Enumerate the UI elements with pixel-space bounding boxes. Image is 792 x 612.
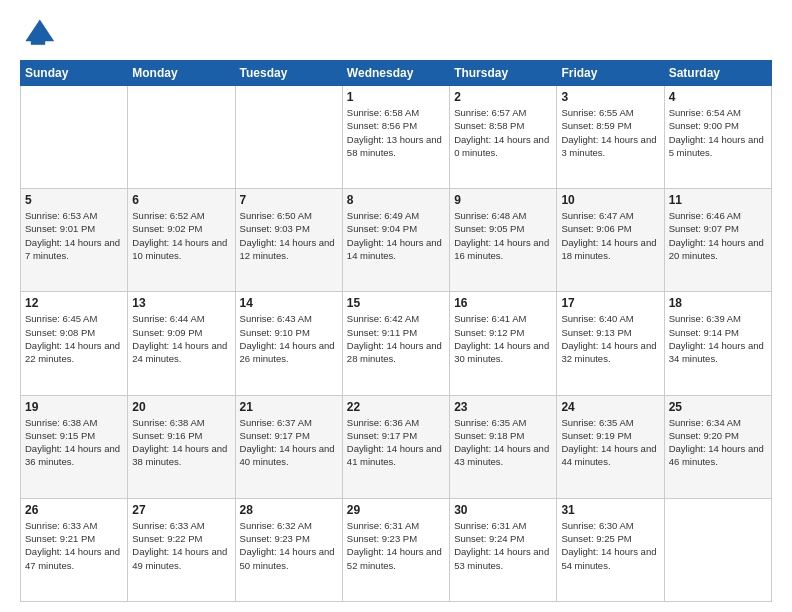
day-number: 16 [454,296,552,310]
calendar-cell: 8Sunrise: 6:49 AM Sunset: 9:04 PM Daylig… [342,189,449,292]
calendar-header-tuesday: Tuesday [235,61,342,86]
calendar-cell: 5Sunrise: 6:53 AM Sunset: 9:01 PM Daylig… [21,189,128,292]
day-info: Sunrise: 6:31 AM Sunset: 9:23 PM Dayligh… [347,519,445,572]
day-number: 27 [132,503,230,517]
calendar-cell: 24Sunrise: 6:35 AM Sunset: 9:19 PM Dayli… [557,395,664,498]
day-number: 1 [347,90,445,104]
calendar-cell: 7Sunrise: 6:50 AM Sunset: 9:03 PM Daylig… [235,189,342,292]
calendar-cell: 19Sunrise: 6:38 AM Sunset: 9:15 PM Dayli… [21,395,128,498]
calendar-header-monday: Monday [128,61,235,86]
calendar-cell: 23Sunrise: 6:35 AM Sunset: 9:18 PM Dayli… [450,395,557,498]
day-number: 6 [132,193,230,207]
day-info: Sunrise: 6:39 AM Sunset: 9:14 PM Dayligh… [669,312,767,365]
day-info: Sunrise: 6:46 AM Sunset: 9:07 PM Dayligh… [669,209,767,262]
day-number: 12 [25,296,123,310]
day-number: 15 [347,296,445,310]
calendar-header-row: SundayMondayTuesdayWednesdayThursdayFrid… [21,61,772,86]
calendar-cell: 29Sunrise: 6:31 AM Sunset: 9:23 PM Dayli… [342,498,449,601]
day-info: Sunrise: 6:48 AM Sunset: 9:05 PM Dayligh… [454,209,552,262]
day-info: Sunrise: 6:42 AM Sunset: 9:11 PM Dayligh… [347,312,445,365]
day-number: 21 [240,400,338,414]
calendar-cell: 31Sunrise: 6:30 AM Sunset: 9:25 PM Dayli… [557,498,664,601]
calendar-cell: 12Sunrise: 6:45 AM Sunset: 9:08 PM Dayli… [21,292,128,395]
calendar-header-thursday: Thursday [450,61,557,86]
day-number: 19 [25,400,123,414]
calendar-cell: 27Sunrise: 6:33 AM Sunset: 9:22 PM Dayli… [128,498,235,601]
day-info: Sunrise: 6:49 AM Sunset: 9:04 PM Dayligh… [347,209,445,262]
day-info: Sunrise: 6:50 AM Sunset: 9:03 PM Dayligh… [240,209,338,262]
day-info: Sunrise: 6:54 AM Sunset: 9:00 PM Dayligh… [669,106,767,159]
logo-icon [20,16,56,52]
day-number: 31 [561,503,659,517]
calendar-cell: 28Sunrise: 6:32 AM Sunset: 9:23 PM Dayli… [235,498,342,601]
calendar-week-row: 19Sunrise: 6:38 AM Sunset: 9:15 PM Dayli… [21,395,772,498]
day-info: Sunrise: 6:57 AM Sunset: 8:58 PM Dayligh… [454,106,552,159]
calendar-cell [664,498,771,601]
calendar-cell: 11Sunrise: 6:46 AM Sunset: 9:07 PM Dayli… [664,189,771,292]
day-number: 24 [561,400,659,414]
day-info: Sunrise: 6:44 AM Sunset: 9:09 PM Dayligh… [132,312,230,365]
day-number: 29 [347,503,445,517]
day-info: Sunrise: 6:40 AM Sunset: 9:13 PM Dayligh… [561,312,659,365]
calendar-header-friday: Friday [557,61,664,86]
header [20,16,772,52]
day-info: Sunrise: 6:36 AM Sunset: 9:17 PM Dayligh… [347,416,445,469]
calendar-cell: 20Sunrise: 6:38 AM Sunset: 9:16 PM Dayli… [128,395,235,498]
day-info: Sunrise: 6:35 AM Sunset: 9:19 PM Dayligh… [561,416,659,469]
calendar-cell: 30Sunrise: 6:31 AM Sunset: 9:24 PM Dayli… [450,498,557,601]
calendar-cell: 13Sunrise: 6:44 AM Sunset: 9:09 PM Dayli… [128,292,235,395]
day-number: 9 [454,193,552,207]
day-info: Sunrise: 6:41 AM Sunset: 9:12 PM Dayligh… [454,312,552,365]
logo [20,16,60,52]
day-number: 2 [454,90,552,104]
day-number: 11 [669,193,767,207]
day-info: Sunrise: 6:58 AM Sunset: 8:56 PM Dayligh… [347,106,445,159]
calendar-cell [128,86,235,189]
calendar-week-row: 12Sunrise: 6:45 AM Sunset: 9:08 PM Dayli… [21,292,772,395]
day-number: 17 [561,296,659,310]
day-number: 10 [561,193,659,207]
calendar-header-wednesday: Wednesday [342,61,449,86]
calendar-cell: 22Sunrise: 6:36 AM Sunset: 9:17 PM Dayli… [342,395,449,498]
day-info: Sunrise: 6:43 AM Sunset: 9:10 PM Dayligh… [240,312,338,365]
day-number: 3 [561,90,659,104]
day-info: Sunrise: 6:31 AM Sunset: 9:24 PM Dayligh… [454,519,552,572]
calendar-week-row: 26Sunrise: 6:33 AM Sunset: 9:21 PM Dayli… [21,498,772,601]
day-info: Sunrise: 6:53 AM Sunset: 9:01 PM Dayligh… [25,209,123,262]
day-info: Sunrise: 6:33 AM Sunset: 9:21 PM Dayligh… [25,519,123,572]
calendar-cell: 15Sunrise: 6:42 AM Sunset: 9:11 PM Dayli… [342,292,449,395]
day-info: Sunrise: 6:55 AM Sunset: 8:59 PM Dayligh… [561,106,659,159]
day-info: Sunrise: 6:38 AM Sunset: 9:16 PM Dayligh… [132,416,230,469]
day-info: Sunrise: 6:34 AM Sunset: 9:20 PM Dayligh… [669,416,767,469]
calendar-cell: 16Sunrise: 6:41 AM Sunset: 9:12 PM Dayli… [450,292,557,395]
day-number: 23 [454,400,552,414]
calendar-cell: 1Sunrise: 6:58 AM Sunset: 8:56 PM Daylig… [342,86,449,189]
day-number: 26 [25,503,123,517]
day-info: Sunrise: 6:33 AM Sunset: 9:22 PM Dayligh… [132,519,230,572]
calendar-header-saturday: Saturday [664,61,771,86]
calendar-cell [21,86,128,189]
calendar-table: SundayMondayTuesdayWednesdayThursdayFrid… [20,60,772,602]
calendar-cell: 25Sunrise: 6:34 AM Sunset: 9:20 PM Dayli… [664,395,771,498]
calendar-week-row: 1Sunrise: 6:58 AM Sunset: 8:56 PM Daylig… [21,86,772,189]
day-info: Sunrise: 6:52 AM Sunset: 9:02 PM Dayligh… [132,209,230,262]
day-info: Sunrise: 6:37 AM Sunset: 9:17 PM Dayligh… [240,416,338,469]
day-number: 28 [240,503,338,517]
day-number: 7 [240,193,338,207]
day-info: Sunrise: 6:45 AM Sunset: 9:08 PM Dayligh… [25,312,123,365]
calendar-cell: 18Sunrise: 6:39 AM Sunset: 9:14 PM Dayli… [664,292,771,395]
page: SundayMondayTuesdayWednesdayThursdayFrid… [0,0,792,612]
calendar-cell [235,86,342,189]
day-number: 22 [347,400,445,414]
day-info: Sunrise: 6:35 AM Sunset: 9:18 PM Dayligh… [454,416,552,469]
calendar-week-row: 5Sunrise: 6:53 AM Sunset: 9:01 PM Daylig… [21,189,772,292]
day-number: 13 [132,296,230,310]
day-number: 4 [669,90,767,104]
calendar-cell: 3Sunrise: 6:55 AM Sunset: 8:59 PM Daylig… [557,86,664,189]
calendar-cell: 21Sunrise: 6:37 AM Sunset: 9:17 PM Dayli… [235,395,342,498]
day-number: 8 [347,193,445,207]
calendar-cell: 26Sunrise: 6:33 AM Sunset: 9:21 PM Dayli… [21,498,128,601]
day-info: Sunrise: 6:38 AM Sunset: 9:15 PM Dayligh… [25,416,123,469]
day-number: 20 [132,400,230,414]
day-number: 14 [240,296,338,310]
